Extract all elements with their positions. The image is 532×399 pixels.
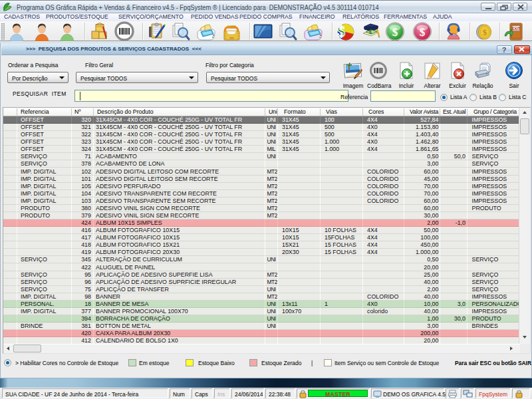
svg-text:$: $ [337,23,345,40]
svg-text:$: $ [369,30,372,35]
svg-text:EXIT: EXIT [512,27,521,31]
svg-text:?: ? [502,46,507,53]
svg-text:$: $ [483,27,487,37]
svg-text:$: $ [392,26,398,39]
svg-text:$: $ [420,26,426,39]
